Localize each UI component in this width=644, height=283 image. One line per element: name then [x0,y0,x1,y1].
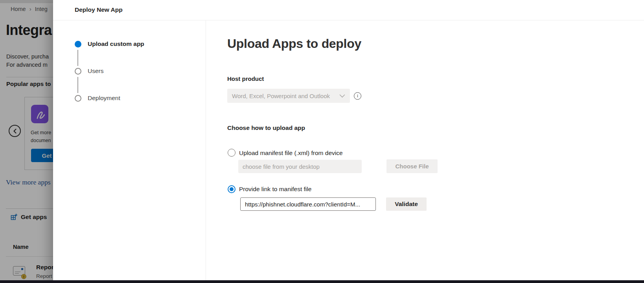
host-product-dropdown[interactable]: Word, Excel, Powerpoint and Outlook [227,89,350,103]
chevron-down-icon [339,94,345,98]
step-connector [77,77,78,93]
info-icon[interactable]: i [354,92,361,100]
radio-upload-manifest-label: Upload manifest file (.xml) from device [239,150,343,157]
radio-provide-link-label: Provide link to manifest file [239,186,311,193]
host-product-label: Host product [227,75,264,82]
step-label-users: Users [88,68,103,75]
step-indicator-active [75,41,81,47]
choose-upload-heading: Choose how to upload app [227,124,305,131]
step-label-upload-custom-app: Upload custom app [88,40,144,47]
choose-file-button[interactable]: Choose File [386,159,438,173]
content-heading: Upload Apps to deploy [227,37,361,51]
deploy-new-app-panel: Deploy New App Upload custom app Users D… [53,0,644,283]
step-indicator-deployment [75,95,81,102]
step-label-deployment: Deployment [88,95,120,102]
file-path-input[interactable] [238,160,362,173]
panel-vertical-divider [206,20,206,283]
screen: Home › Integ Integra Discover, purcha Fo… [0,0,644,283]
radio-provide-link[interactable] [228,185,236,193]
panel-title: Deploy New App [75,6,123,13]
radio-selected-dot [230,187,234,191]
host-product-value: Word, Excel, Powerpoint and Outlook [232,93,330,99]
validate-button[interactable]: Validate [386,197,427,211]
step-connector [77,50,78,66]
bottom-bar [0,280,644,283]
radio-upload-manifest-file[interactable] [228,149,236,157]
panel-content: Upload Apps to deploy Host product Word,… [227,0,644,283]
step-indicator-users [75,68,81,75]
manifest-url-input[interactable] [240,197,376,211]
